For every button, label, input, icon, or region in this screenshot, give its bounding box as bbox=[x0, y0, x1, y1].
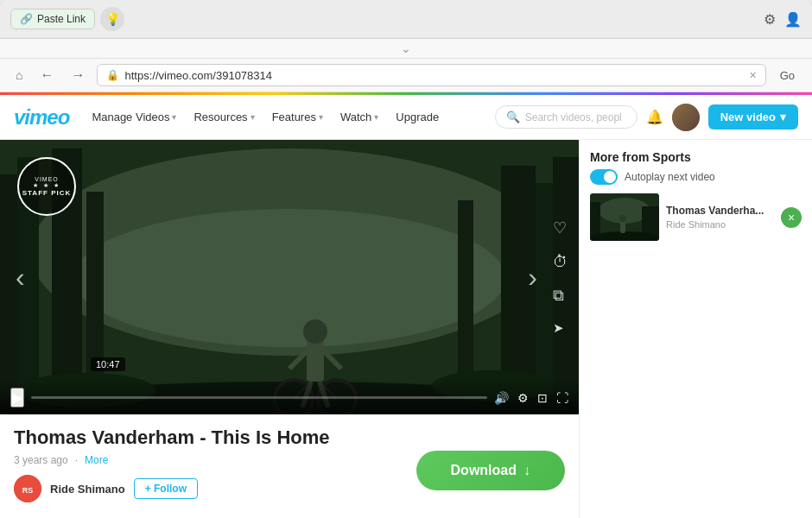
cursor-icon: ☛ bbox=[556, 483, 574, 506]
autoplay-toggle[interactable] bbox=[590, 169, 618, 185]
separator: · bbox=[75, 454, 78, 466]
next-video-thumbnail bbox=[590, 193, 659, 241]
play-icon: ▶ bbox=[12, 390, 22, 405]
link-icon: 🔗 bbox=[20, 13, 33, 25]
chevron-icon: ▾ bbox=[374, 112, 378, 122]
nav-label: Resources bbox=[193, 111, 247, 123]
download-area: Download ↓ ☛ bbox=[403, 414, 579, 518]
chevron-icon: ▾ bbox=[251, 112, 255, 122]
like-icon[interactable]: ♡ bbox=[553, 218, 568, 237]
download-label: Download bbox=[451, 463, 517, 478]
back-button[interactable]: ← bbox=[35, 66, 59, 85]
close-icon: × bbox=[788, 211, 795, 224]
svg-point-33 bbox=[619, 215, 626, 222]
staff-pick-brand: vimeo bbox=[35, 176, 59, 182]
bell-icon[interactable]: 🔔 bbox=[646, 109, 663, 125]
channel-name: Ride Shimano bbox=[50, 483, 125, 496]
video-duration: 10:47 bbox=[91, 357, 125, 371]
nav-label: Manage Videos bbox=[92, 111, 169, 123]
video-title: Thomas Vanderham - This Is Home bbox=[14, 426, 389, 449]
vimeo-logo[interactable]: vimeo bbox=[14, 105, 69, 130]
toggle-knob bbox=[604, 171, 616, 183]
paste-link-button[interactable]: 🔗 Paste Link bbox=[10, 9, 95, 29]
channel-avatar[interactable]: RS bbox=[14, 475, 41, 502]
next-video-title: Thomas Vanderha... bbox=[666, 205, 774, 217]
svg-rect-32 bbox=[620, 221, 625, 233]
follow-label: + Follow bbox=[145, 483, 187, 495]
home-icon: ⌂ bbox=[16, 68, 22, 82]
more-button[interactable]: More bbox=[85, 454, 108, 466]
url-icon: 🔒 bbox=[106, 69, 119, 81]
search-box[interactable]: 🔍 Search videos, peopl bbox=[495, 105, 638, 129]
next-video-item[interactable]: Thomas Vanderha... Ride Shimano × bbox=[590, 193, 802, 241]
collapse-icon[interactable]: ⌄ bbox=[401, 41, 411, 55]
nav-features[interactable]: Features ▾ bbox=[263, 95, 332, 140]
settings-icon[interactable]: ⚙ bbox=[764, 11, 776, 28]
pip-icon[interactable]: ⊡ bbox=[537, 391, 548, 405]
video-side-actions: ♡ ⏱ ⧉ ➤ bbox=[553, 218, 568, 336]
right-arrow-icon: › bbox=[528, 262, 537, 293]
chevron-icon: ▾ bbox=[172, 112, 176, 122]
url-text: https://vimeo.com/391078314 bbox=[124, 69, 744, 82]
home-button[interactable]: ⌂ bbox=[10, 66, 28, 84]
lightbulb-button[interactable]: 💡 bbox=[100, 7, 124, 31]
nav-watch[interactable]: Watch ▾ bbox=[332, 95, 387, 140]
nav-upgrade[interactable]: Upgrade bbox=[387, 95, 447, 140]
posted-time: 3 years ago bbox=[14, 454, 68, 466]
share-icon[interactable]: ➤ bbox=[553, 320, 568, 336]
next-video-channel: Ride Shimano bbox=[666, 219, 774, 230]
url-clear-button[interactable]: × bbox=[749, 68, 756, 82]
settings-icon[interactable]: ⚙ bbox=[517, 391, 529, 405]
video-meta: 3 years ago · More bbox=[14, 454, 389, 466]
forward-icon: → bbox=[71, 67, 85, 82]
lightbulb-icon: 💡 bbox=[105, 12, 120, 26]
nav-label: Watch bbox=[340, 111, 371, 123]
chevron-icon: ▾ bbox=[319, 112, 323, 122]
go-label: Go bbox=[780, 69, 795, 82]
svg-rect-19 bbox=[307, 338, 324, 382]
profile-icon[interactable]: 👤 bbox=[784, 11, 802, 28]
go-button[interactable]: Go bbox=[773, 66, 802, 85]
url-bar[interactable]: 🔒 https://vimeo.com/391078314 × bbox=[97, 64, 765, 86]
staff-pick-stars: ★ ★ ★ bbox=[33, 182, 60, 189]
nav-label: Upgrade bbox=[396, 111, 439, 123]
svg-text:RS: RS bbox=[22, 486, 34, 495]
video-player[interactable]: vimeo ★ ★ ★ STAFF PICK ♡ ⏱ ⧉ ➤ ‹ bbox=[0, 140, 579, 414]
search-icon: 🔍 bbox=[506, 111, 520, 123]
nav-links: Manage Videos ▾ Resources ▾ Features ▾ W… bbox=[83, 95, 494, 140]
prev-video-button[interactable]: ‹ bbox=[9, 255, 32, 300]
forward-button[interactable]: → bbox=[66, 66, 90, 85]
more-from-sidebar: More from Sports Autoplay next video bbox=[579, 140, 812, 518]
download-button[interactable]: Download ↓ ☛ bbox=[416, 451, 565, 490]
nav-resources[interactable]: Resources ▾ bbox=[185, 95, 263, 140]
watch-later-icon[interactable]: ⏱ bbox=[553, 253, 568, 271]
more-from-title: More from Sports bbox=[590, 150, 802, 164]
channel-row: RS Ride Shimano + Follow bbox=[14, 475, 389, 502]
play-button[interactable]: ▶ bbox=[10, 388, 24, 407]
nav-label: Features bbox=[272, 111, 316, 123]
back-icon: ← bbox=[40, 67, 54, 82]
left-arrow-icon: ‹ bbox=[16, 262, 25, 293]
download-icon: ↓ bbox=[523, 463, 530, 478]
paste-link-label: Paste Link bbox=[37, 13, 86, 25]
search-placeholder: Search videos, peopl bbox=[525, 111, 622, 123]
avatar[interactable] bbox=[672, 104, 700, 131]
close-next-button[interactable]: × bbox=[781, 207, 802, 228]
staff-pick-badge: vimeo ★ ★ ★ STAFF PICK bbox=[17, 157, 76, 216]
svg-point-2 bbox=[73, 209, 505, 347]
follow-button[interactable]: + Follow bbox=[134, 478, 198, 499]
nav-manage-videos[interactable]: Manage Videos ▾ bbox=[83, 95, 185, 140]
autoplay-label: Autoplay next video bbox=[625, 171, 715, 183]
video-info: Thomas Vanderham - This Is Home 3 years … bbox=[0, 414, 403, 518]
volume-icon[interactable]: 🔊 bbox=[494, 391, 509, 405]
collections-icon[interactable]: ⧉ bbox=[553, 287, 568, 305]
staff-pick-text: STAFF PICK bbox=[22, 189, 72, 198]
new-video-button[interactable]: New video ▾ bbox=[708, 104, 798, 130]
progress-bar[interactable] bbox=[31, 396, 487, 399]
new-video-label: New video bbox=[720, 111, 776, 123]
next-video-info: Thomas Vanderha... Ride Shimano bbox=[666, 205, 774, 230]
next-video-button[interactable]: › bbox=[521, 255, 544, 300]
video-controls: ▶ 🔊 ⚙ ⊡ ⛶ bbox=[0, 381, 579, 414]
fullscreen-icon[interactable]: ⛶ bbox=[556, 391, 568, 405]
autoplay-row: Autoplay next video bbox=[590, 169, 802, 185]
